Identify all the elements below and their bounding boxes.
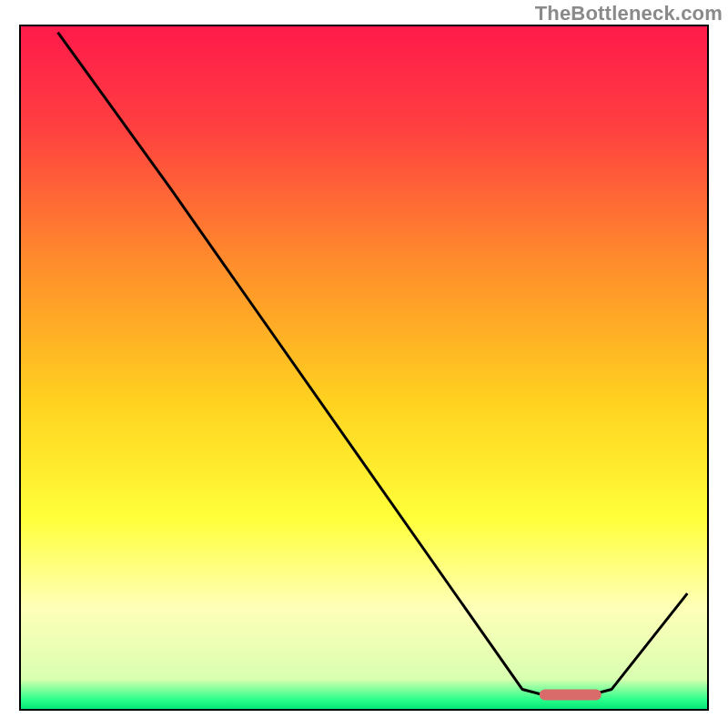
- chart-container: { "watermark": "TheBottleneck.com", "cha…: [0, 0, 728, 728]
- watermark-text: TheBottleneck.com: [535, 2, 723, 25]
- highlight-marker: [540, 689, 602, 700]
- bottleneck-chart: [0, 0, 728, 728]
- gradient-background: [20, 25, 708, 710]
